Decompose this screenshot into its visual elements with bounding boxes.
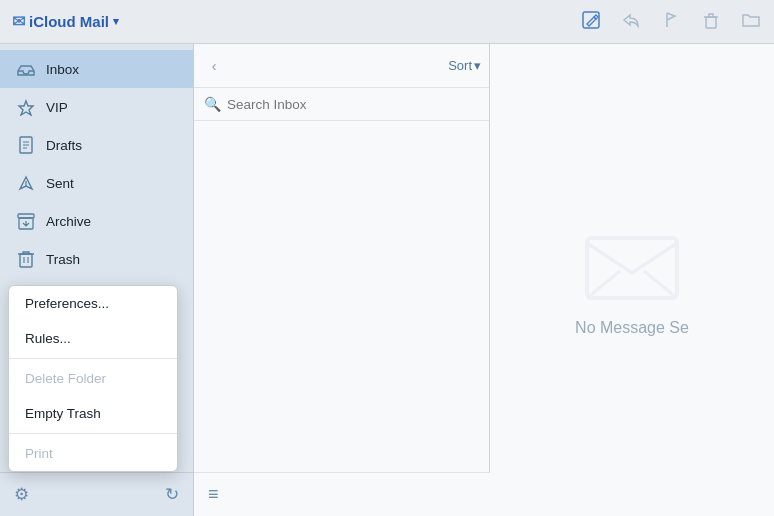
sort-chevron-icon: ▾ xyxy=(474,58,481,73)
sent-icon xyxy=(16,173,36,193)
collapse-button[interactable]: ‹ xyxy=(202,54,226,78)
archive-icon xyxy=(16,211,36,231)
reading-pane: No Message Se xyxy=(490,44,774,516)
filter-icon[interactable]: ≡ xyxy=(208,484,219,505)
email-list-pane: ‹ Sort ▾ 🔍 xyxy=(194,44,490,516)
compose-icon[interactable] xyxy=(580,9,602,34)
main-layout: Inbox VIP Drafts xyxy=(0,44,774,516)
sort-label: Sort xyxy=(448,58,472,73)
app-title[interactable]: ✉ iCloud Mail ▾ xyxy=(12,12,119,31)
svg-rect-1 xyxy=(706,17,716,28)
sidebar-item-sent[interactable]: Sent xyxy=(0,164,193,202)
menu-item-print: Print xyxy=(9,436,177,471)
drafts-icon xyxy=(16,135,36,155)
email-list-footer: ≡ xyxy=(194,472,490,516)
move-folder-icon[interactable] xyxy=(740,9,762,34)
sidebar-item-vip[interactable]: VIP xyxy=(0,88,193,126)
menu-item-preferences[interactable]: Preferences... xyxy=(9,286,177,321)
delete-icon[interactable] xyxy=(700,9,722,34)
email-list-header: ‹ Sort ▾ xyxy=(194,44,489,88)
vip-label: VIP xyxy=(46,100,68,115)
search-input[interactable] xyxy=(227,97,479,112)
toolbar-actions xyxy=(580,9,762,34)
sidebar: Inbox VIP Drafts xyxy=(0,44,194,516)
title-chevron-icon: ▾ xyxy=(113,15,119,28)
sent-label: Sent xyxy=(46,176,74,191)
toolbar: ✉ iCloud Mail ▾ xyxy=(0,0,774,44)
inbox-icon xyxy=(16,59,36,79)
menu-item-rules[interactable]: Rules... xyxy=(9,321,177,356)
sort-button[interactable]: Sort ▾ xyxy=(448,58,481,73)
archive-label: Archive xyxy=(46,214,91,229)
sidebar-footer: ⚙ ↻ xyxy=(0,472,193,516)
reply-icon[interactable] xyxy=(620,9,642,34)
no-message-envelope-icon xyxy=(582,223,682,303)
sidebar-item-trash[interactable]: Trash xyxy=(0,240,193,278)
trash-label: Trash xyxy=(46,252,80,267)
svg-rect-5 xyxy=(20,254,32,267)
sidebar-item-drafts[interactable]: Drafts xyxy=(0,126,193,164)
sidebar-item-archive[interactable]: Archive xyxy=(0,202,193,240)
icloud-mail-icon: ✉ xyxy=(12,12,25,31)
settings-icon[interactable]: ⚙ xyxy=(14,484,29,505)
search-icon: 🔍 xyxy=(204,96,221,112)
no-message-text: No Message Se xyxy=(575,319,689,337)
refresh-icon[interactable]: ↻ xyxy=(165,484,179,505)
sidebar-item-inbox[interactable]: Inbox xyxy=(0,50,193,88)
menu-item-delete-folder: Delete Folder xyxy=(9,361,177,396)
app-title-text: iCloud Mail xyxy=(29,13,109,30)
search-bar: 🔍 xyxy=(194,88,489,121)
flag-icon[interactable] xyxy=(660,9,682,34)
menu-item-empty-trash[interactable]: Empty Trash xyxy=(9,396,177,431)
context-menu: Preferences... Rules... Delete Folder Em… xyxy=(8,285,178,472)
trash-icon xyxy=(16,249,36,269)
inbox-label: Inbox xyxy=(46,62,79,77)
menu-divider-1 xyxy=(9,358,177,359)
menu-divider-2 xyxy=(9,433,177,434)
email-list-content xyxy=(194,121,489,516)
svg-rect-7 xyxy=(587,238,677,298)
drafts-label: Drafts xyxy=(46,138,82,153)
vip-icon xyxy=(16,97,36,117)
